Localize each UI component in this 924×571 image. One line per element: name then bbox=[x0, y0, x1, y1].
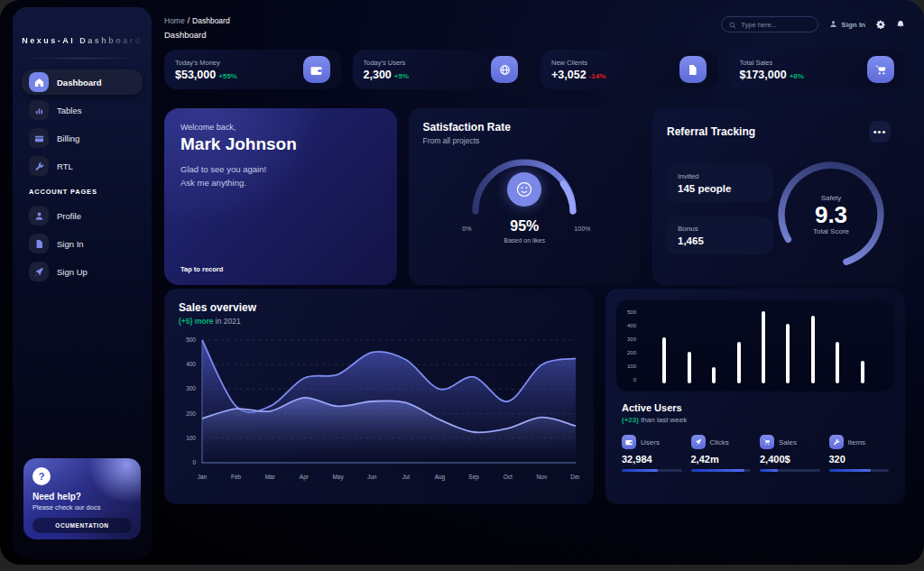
satisfaction-title: Satisfaction Rate bbox=[423, 121, 627, 134]
active-users-stat-items: Items320 bbox=[829, 435, 890, 472]
home-icon bbox=[29, 72, 49, 92]
active-users-stat-users: Users32,984 bbox=[622, 435, 682, 472]
tap-to-record-button[interactable]: Tap to record bbox=[180, 265, 223, 273]
sidebar: Nexus-AI Dashboard DashboardTablesBillin… bbox=[13, 7, 152, 559]
welcome-card: Welcome back, Mark Johnson Glad to see y… bbox=[164, 108, 397, 285]
person-icon bbox=[29, 206, 49, 226]
referral-box-bonus: Bonus1,465 bbox=[667, 216, 773, 254]
referral-boxes: Invited145 peopleBonus1,465 bbox=[667, 164, 773, 272]
svg-text:500: 500 bbox=[186, 336, 196, 343]
referral-tracking-card: Referral Tracking ••• Invited145 peopleB… bbox=[652, 108, 905, 285]
sign-in-button[interactable]: Sign In bbox=[829, 20, 865, 30]
svg-text:100: 100 bbox=[186, 435, 196, 441]
svg-text:200: 200 bbox=[186, 410, 196, 417]
bar bbox=[662, 337, 666, 383]
safety-score-ring: Safety 9.3 Total Score bbox=[773, 157, 889, 272]
document-icon bbox=[679, 56, 707, 83]
help-title: Need help? bbox=[32, 492, 132, 502]
globe-icon bbox=[491, 56, 518, 83]
cart-icon bbox=[867, 56, 894, 83]
weekly-bar-chart: 5004003002001000 bbox=[616, 299, 894, 391]
sidebar-item-label: Sign In bbox=[57, 239, 84, 249]
stat-label: Clicks bbox=[710, 438, 729, 447]
svg-text:Apr: Apr bbox=[300, 474, 310, 481]
sidebar-nav: DashboardTablesBillingRTLACCOUNT PAGESPr… bbox=[22, 69, 143, 284]
bar bbox=[836, 342, 839, 383]
sidebar-item-sign-up[interactable]: Sign Up bbox=[22, 259, 143, 284]
page-title: Dashboard bbox=[164, 30, 230, 40]
bar-chart-bars bbox=[642, 309, 885, 384]
bar-axis-tick: 500 bbox=[627, 309, 636, 315]
svg-text:300: 300 bbox=[186, 385, 196, 391]
bar bbox=[762, 311, 765, 383]
active-users-title: Active Users bbox=[622, 402, 889, 413]
svg-text:Aug: Aug bbox=[435, 474, 446, 481]
dashboard-app: Nexus-AI Dashboard DashboardTablesBillin… bbox=[0, 0, 924, 565]
progress-bar bbox=[691, 469, 752, 472]
sidebar-item-profile[interactable]: Profile bbox=[22, 203, 143, 228]
breadcrumb: Home/Dashboard bbox=[164, 16, 230, 25]
more-options-button[interactable]: ••• bbox=[869, 121, 891, 143]
referral-box-label: Bonus bbox=[678, 225, 762, 233]
rocket-icon bbox=[691, 435, 706, 449]
notifications-bell-icon[interactable] bbox=[896, 20, 905, 29]
svg-text:400: 400 bbox=[186, 361, 196, 367]
ellipsis-icon: ••• bbox=[873, 127, 887, 137]
documentation-button[interactable]: OCUMENTATION bbox=[32, 518, 132, 533]
svg-text:Jun: Jun bbox=[367, 474, 377, 480]
stat-label: Today's Money bbox=[175, 59, 237, 67]
svg-text:Jan: Jan bbox=[198, 474, 208, 480]
sidebar-item-label: Billing bbox=[57, 134, 79, 143]
stat-delta: +55% bbox=[218, 72, 237, 80]
settings-gear-icon[interactable] bbox=[876, 20, 885, 29]
sidebar-item-tables[interactable]: Tables bbox=[22, 97, 143, 123]
help-card: ? Need help? Please check our docs OCUME… bbox=[23, 458, 141, 539]
search-box[interactable] bbox=[721, 16, 818, 32]
satisfaction-rate-card: Satisfaction Rate From all projects bbox=[409, 108, 642, 285]
satisfaction-value: 95% bbox=[457, 218, 592, 235]
progress-bar bbox=[622, 469, 682, 472]
breadcrumb-root[interactable]: Home bbox=[164, 16, 185, 25]
sidebar-item-rtl[interactable]: RTL bbox=[22, 153, 143, 179]
active-users-stat-sales: Sales2,400$ bbox=[760, 435, 820, 472]
sidebar-item-sign-in[interactable]: Sign In bbox=[22, 231, 143, 256]
sidebar-item-billing[interactable]: Billing bbox=[22, 125, 143, 151]
sign-in-label: Sign In bbox=[841, 21, 865, 29]
stat-card-today-s-users: Today's Users2,300+5% bbox=[353, 50, 530, 89]
stat-card-total-sales: Total Sales$173,000+8% bbox=[729, 50, 906, 89]
stat-label: Items bbox=[848, 438, 866, 447]
app-logo: Nexus-AI Dashboard bbox=[22, 36, 143, 45]
svg-text:Nov: Nov bbox=[537, 474, 548, 480]
stat-value: 2,400$ bbox=[760, 454, 820, 465]
stat-value: $53,000+55% bbox=[175, 69, 237, 81]
svg-text:Sep: Sep bbox=[468, 474, 479, 481]
sidebar-section-label: ACCOUNT PAGES bbox=[29, 188, 143, 196]
svg-text:Jul: Jul bbox=[402, 474, 411, 480]
svg-text:Oct: Oct bbox=[504, 474, 513, 480]
bar-axis-tick: 200 bbox=[627, 350, 636, 355]
question-icon: ? bbox=[32, 467, 51, 485]
search-input[interactable] bbox=[741, 21, 813, 29]
svg-text:0: 0 bbox=[192, 459, 196, 465]
satisfaction-gauge: 0% 100% 95% Based on likes bbox=[457, 153, 592, 257]
welcome-greeting: Welcome back, bbox=[180, 123, 381, 132]
stat-label: New Clients bbox=[551, 59, 605, 67]
breadcrumb-separator: / bbox=[188, 16, 189, 25]
active-users-subtitle: (+23) than last week bbox=[622, 416, 889, 424]
progress-bar bbox=[760, 469, 820, 472]
stat-label: Sales bbox=[779, 438, 797, 447]
user-name: Mark Johnson bbox=[180, 134, 381, 154]
stat-delta: +5% bbox=[394, 72, 409, 80]
breadcrumb-current[interactable]: Dashboard bbox=[192, 16, 230, 25]
svg-text:Dec: Dec bbox=[570, 474, 579, 480]
referral-box-value: 145 people bbox=[678, 183, 762, 194]
sidebar-item-dashboard[interactable]: Dashboard bbox=[22, 69, 143, 95]
safety-score: 9.3 bbox=[815, 202, 847, 228]
satisfaction-caption: Based on likes bbox=[457, 237, 592, 244]
stat-value: 32,984 bbox=[622, 454, 682, 465]
stat-value: 320 bbox=[829, 454, 890, 465]
document-icon bbox=[29, 234, 49, 253]
active-users-stats: Users32,984Clicks2,42mSales2,400$Items32… bbox=[616, 424, 894, 472]
stat-value: 2,300+5% bbox=[364, 69, 410, 81]
smiley-icon bbox=[507, 172, 541, 207]
